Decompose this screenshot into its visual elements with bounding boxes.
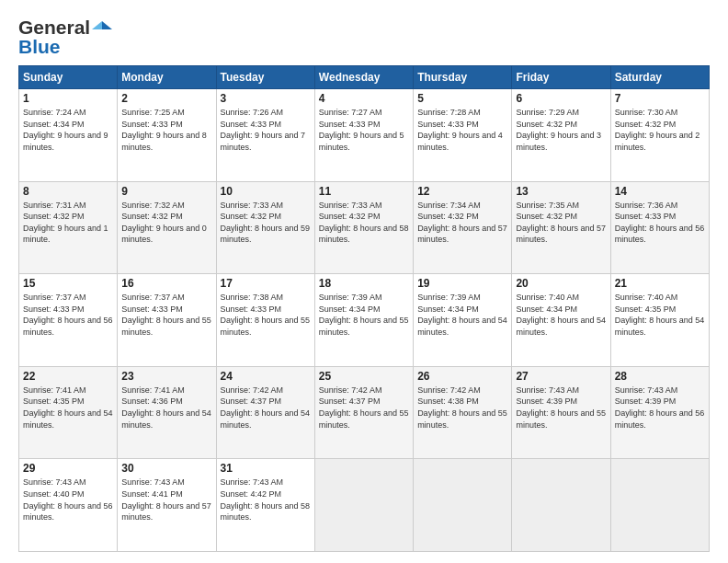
- calendar-cell: 9 Sunrise: 7:32 AM Sunset: 4:32 PM Dayli…: [118, 181, 216, 274]
- day-number: 17: [221, 277, 311, 290]
- day-info: Sunrise: 7:29 AM Sunset: 4:32 PM Dayligh…: [516, 107, 606, 153]
- calendar-cell: 16 Sunrise: 7:37 AM Sunset: 4:33 PM Dayl…: [118, 274, 216, 367]
- calendar-cell: 26 Sunrise: 7:42 AM Sunset: 4:38 PM Dayl…: [414, 366, 512, 459]
- day-number: 30: [121, 462, 211, 475]
- day-number: 8: [23, 185, 113, 198]
- day-number: 12: [417, 185, 507, 198]
- day-number: 25: [319, 370, 409, 383]
- calendar-cell: 23 Sunrise: 7:41 AM Sunset: 4:36 PM Dayl…: [118, 366, 216, 459]
- calendar-cell: 10 Sunrise: 7:33 AM Sunset: 4:32 PM Dayl…: [216, 181, 314, 274]
- day-number: 10: [221, 185, 311, 198]
- day-info: Sunrise: 7:33 AM Sunset: 4:32 PM Dayligh…: [319, 200, 409, 246]
- day-number: 20: [516, 277, 606, 290]
- day-number: 7: [615, 92, 705, 105]
- day-number: 24: [221, 370, 311, 383]
- day-number: 22: [23, 370, 113, 383]
- calendar-cell: 15 Sunrise: 7:37 AM Sunset: 4:33 PM Dayl…: [19, 274, 118, 367]
- day-number: 29: [23, 462, 113, 475]
- calendar-cell: 13 Sunrise: 7:35 AM Sunset: 4:32 PM Dayl…: [512, 181, 610, 274]
- day-info: Sunrise: 7:26 AM Sunset: 4:33 PM Dayligh…: [221, 107, 311, 153]
- day-info: Sunrise: 7:27 AM Sunset: 4:33 PM Dayligh…: [319, 107, 409, 153]
- day-number: 18: [319, 277, 409, 290]
- calendar-week-row: 1 Sunrise: 7:24 AM Sunset: 4:34 PM Dayli…: [19, 89, 710, 182]
- calendar-week-row: 8 Sunrise: 7:31 AM Sunset: 4:32 PM Dayli…: [19, 181, 710, 274]
- day-info: Sunrise: 7:37 AM Sunset: 4:33 PM Dayligh…: [23, 292, 113, 338]
- day-info: Sunrise: 7:24 AM Sunset: 4:34 PM Dayligh…: [23, 107, 113, 153]
- day-number: 6: [516, 92, 606, 105]
- day-number: 19: [417, 277, 507, 290]
- calendar-cell: 3 Sunrise: 7:26 AM Sunset: 4:33 PM Dayli…: [216, 89, 314, 182]
- day-number: 2: [121, 92, 211, 105]
- calendar-week-row: 29 Sunrise: 7:43 AM Sunset: 4:40 PM Dayl…: [19, 459, 710, 552]
- calendar-week-row: 22 Sunrise: 7:41 AM Sunset: 4:35 PM Dayl…: [19, 366, 710, 459]
- day-info: Sunrise: 7:40 AM Sunset: 4:34 PM Dayligh…: [516, 292, 606, 338]
- day-info: Sunrise: 7:35 AM Sunset: 4:32 PM Dayligh…: [516, 200, 606, 246]
- day-info: Sunrise: 7:41 AM Sunset: 4:36 PM Dayligh…: [121, 385, 211, 431]
- day-info: Sunrise: 7:43 AM Sunset: 4:39 PM Dayligh…: [615, 385, 705, 431]
- day-number: 11: [319, 185, 409, 198]
- calendar-cell: 18 Sunrise: 7:39 AM Sunset: 4:34 PM Dayl…: [314, 274, 413, 367]
- col-monday: Monday: [118, 66, 216, 89]
- page: General Blue Sunday Monday Tuesday Wedne…: [0, 0, 728, 563]
- day-number: 26: [417, 370, 507, 383]
- day-info: Sunrise: 7:34 AM Sunset: 4:32 PM Dayligh…: [417, 200, 507, 246]
- day-info: Sunrise: 7:30 AM Sunset: 4:32 PM Dayligh…: [615, 107, 705, 153]
- calendar-cell: 27 Sunrise: 7:43 AM Sunset: 4:39 PM Dayl…: [512, 366, 610, 459]
- calendar-cell: 4 Sunrise: 7:27 AM Sunset: 4:33 PM Dayli…: [314, 89, 413, 182]
- col-sunday: Sunday: [19, 66, 118, 89]
- calendar-cell: 19 Sunrise: 7:39 AM Sunset: 4:34 PM Dayl…: [414, 274, 512, 367]
- logo-bird-icon: [92, 19, 112, 36]
- header: General Blue: [18, 17, 710, 58]
- calendar-cell: 20 Sunrise: 7:40 AM Sunset: 4:34 PM Dayl…: [512, 274, 610, 367]
- calendar-cell: 12 Sunrise: 7:34 AM Sunset: 4:32 PM Dayl…: [414, 181, 512, 274]
- col-saturday: Saturday: [610, 66, 709, 89]
- day-number: 23: [121, 370, 211, 383]
- calendar-cell: 21 Sunrise: 7:40 AM Sunset: 4:35 PM Dayl…: [610, 274, 709, 367]
- calendar-table: Sunday Monday Tuesday Wednesday Thursday…: [18, 65, 710, 552]
- calendar-header-row: Sunday Monday Tuesday Wednesday Thursday…: [19, 66, 710, 89]
- day-info: Sunrise: 7:43 AM Sunset: 4:42 PM Dayligh…: [221, 477, 311, 523]
- day-info: Sunrise: 7:32 AM Sunset: 4:32 PM Dayligh…: [121, 200, 211, 246]
- col-friday: Friday: [512, 66, 610, 89]
- calendar-cell: 6 Sunrise: 7:29 AM Sunset: 4:32 PM Dayli…: [512, 89, 610, 182]
- calendar-cell: 14 Sunrise: 7:36 AM Sunset: 4:33 PM Dayl…: [610, 181, 709, 274]
- calendar-cell: 24 Sunrise: 7:42 AM Sunset: 4:37 PM Dayl…: [216, 366, 314, 459]
- day-number: 5: [417, 92, 507, 105]
- day-number: 21: [615, 277, 705, 290]
- day-info: Sunrise: 7:28 AM Sunset: 4:33 PM Dayligh…: [417, 107, 507, 153]
- day-info: Sunrise: 7:42 AM Sunset: 4:38 PM Dayligh…: [417, 385, 507, 431]
- day-info: Sunrise: 7:33 AM Sunset: 4:32 PM Dayligh…: [221, 200, 311, 246]
- calendar-cell: 17 Sunrise: 7:38 AM Sunset: 4:33 PM Dayl…: [216, 274, 314, 367]
- calendar-cell: 28 Sunrise: 7:43 AM Sunset: 4:39 PM Dayl…: [610, 366, 709, 459]
- day-info: Sunrise: 7:40 AM Sunset: 4:35 PM Dayligh…: [615, 292, 705, 338]
- day-info: Sunrise: 7:41 AM Sunset: 4:35 PM Dayligh…: [23, 385, 113, 431]
- day-number: 13: [516, 185, 606, 198]
- day-number: 31: [221, 462, 311, 475]
- day-info: Sunrise: 7:39 AM Sunset: 4:34 PM Dayligh…: [319, 292, 409, 338]
- day-number: 15: [23, 277, 113, 290]
- day-number: 16: [121, 277, 211, 290]
- calendar-cell: 30 Sunrise: 7:43 AM Sunset: 4:41 PM Dayl…: [118, 459, 216, 552]
- day-number: 1: [23, 92, 113, 105]
- calendar-cell: [512, 459, 610, 552]
- day-info: Sunrise: 7:42 AM Sunset: 4:37 PM Dayligh…: [221, 385, 311, 431]
- calendar-cell: 5 Sunrise: 7:28 AM Sunset: 4:33 PM Dayli…: [414, 89, 512, 182]
- calendar-cell: [314, 459, 413, 552]
- day-info: Sunrise: 7:37 AM Sunset: 4:33 PM Dayligh…: [121, 292, 211, 338]
- day-info: Sunrise: 7:43 AM Sunset: 4:41 PM Dayligh…: [121, 477, 211, 523]
- calendar-cell: 22 Sunrise: 7:41 AM Sunset: 4:35 PM Dayl…: [19, 366, 118, 459]
- day-number: 9: [121, 185, 211, 198]
- calendar-cell: 31 Sunrise: 7:43 AM Sunset: 4:42 PM Dayl…: [216, 459, 314, 552]
- calendar-cell: 25 Sunrise: 7:42 AM Sunset: 4:37 PM Dayl…: [314, 366, 413, 459]
- svg-marker-1: [92, 21, 102, 29]
- day-info: Sunrise: 7:43 AM Sunset: 4:39 PM Dayligh…: [516, 385, 606, 431]
- logo: General Blue: [18, 17, 112, 58]
- day-number: 27: [516, 370, 606, 383]
- day-info: Sunrise: 7:43 AM Sunset: 4:40 PM Dayligh…: [23, 477, 113, 523]
- calendar-cell: 11 Sunrise: 7:33 AM Sunset: 4:32 PM Dayl…: [314, 181, 413, 274]
- logo-blue: Blue: [18, 36, 61, 58]
- day-number: 28: [615, 370, 705, 383]
- calendar-cell: 1 Sunrise: 7:24 AM Sunset: 4:34 PM Dayli…: [19, 89, 118, 182]
- calendar-cell: [610, 459, 709, 552]
- calendar-cell: 2 Sunrise: 7:25 AM Sunset: 4:33 PM Dayli…: [118, 89, 216, 182]
